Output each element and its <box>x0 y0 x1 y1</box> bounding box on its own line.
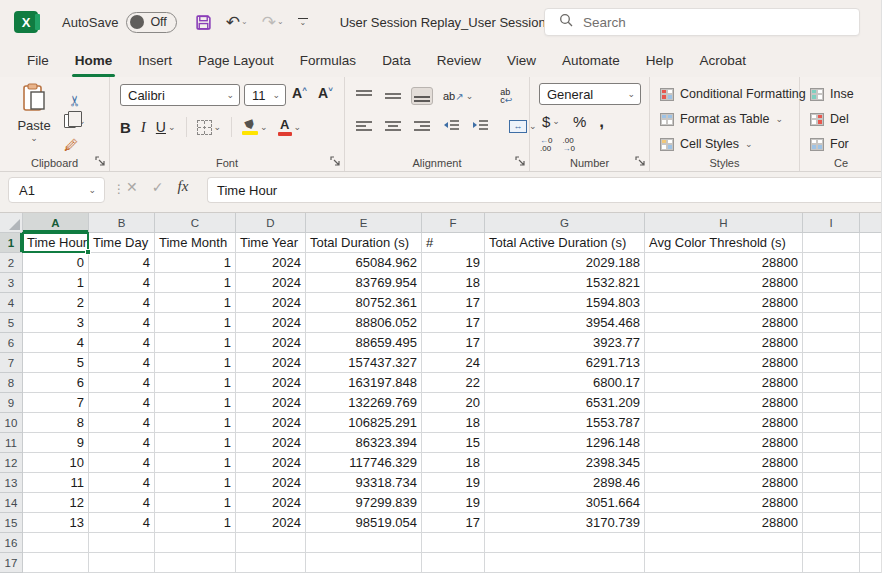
cell-H6[interactable]: 28800 <box>645 333 803 353</box>
cell-A8[interactable]: 6 <box>23 373 89 393</box>
cell-H2[interactable]: 28800 <box>645 253 803 273</box>
cell-J4[interactable] <box>860 293 882 313</box>
percent-format-button[interactable]: % <box>573 113 586 130</box>
cell-E1[interactable]: Total Duration (s) <box>306 233 422 253</box>
orientation-button[interactable]: ab↗⌄ <box>440 87 476 105</box>
cell-C9[interactable]: 1 <box>155 393 236 413</box>
cell-J14[interactable] <box>860 493 882 513</box>
cell-F10[interactable]: 18 <box>422 413 485 433</box>
cell-E5[interactable]: 88806.052 <box>306 313 422 333</box>
cell-F9[interactable]: 20 <box>422 393 485 413</box>
cell-G9[interactable]: 6531.209 <box>485 393 645 413</box>
cell-G8[interactable]: 6800.17 <box>485 373 645 393</box>
cell-B17[interactable] <box>89 553 155 573</box>
save-icon[interactable] <box>195 14 212 31</box>
cell-B1[interactable]: Time Day <box>89 233 155 253</box>
align-right-button[interactable] <box>411 117 433 135</box>
cell-A10[interactable]: 8 <box>23 413 89 433</box>
number-format-combo[interactable]: General⌄ <box>539 83 641 105</box>
cell-F11[interactable]: 15 <box>422 433 485 453</box>
cell-B7[interactable]: 4 <box>89 353 155 373</box>
cell-J16[interactable] <box>860 533 882 553</box>
cell-H16[interactable] <box>645 533 803 553</box>
cell-F6[interactable]: 17 <box>422 333 485 353</box>
cell-H13[interactable]: 28800 <box>645 473 803 493</box>
cell-B3[interactable]: 4 <box>89 273 155 293</box>
cell-B6[interactable]: 4 <box>89 333 155 353</box>
cell-F7[interactable]: 24 <box>422 353 485 373</box>
cell-G2[interactable]: 2029.188 <box>485 253 645 273</box>
cell-J15[interactable] <box>860 513 882 533</box>
cell-G16[interactable] <box>485 533 645 553</box>
font-color-button[interactable]: A⌄ <box>278 119 302 136</box>
customize-toolbar-icon[interactable]: ⌄ <box>298 18 308 27</box>
cell-C12[interactable]: 1 <box>155 453 236 473</box>
cell-G1[interactable]: Total Active Duration (s) <box>485 233 645 253</box>
cell-G5[interactable]: 3954.468 <box>485 313 645 333</box>
cell-C1[interactable]: Time Month <box>155 233 236 253</box>
cell-G13[interactable]: 2898.46 <box>485 473 645 493</box>
copy-button[interactable]: ⌄ <box>64 114 86 128</box>
cell-A12[interactable]: 10 <box>23 453 89 473</box>
cell-C13[interactable]: 1 <box>155 473 236 493</box>
cell-E13[interactable]: 93318.734 <box>306 473 422 493</box>
decrease-decimal-icon[interactable]: .00→0 <box>562 137 574 153</box>
cell-E2[interactable]: 65084.962 <box>306 253 422 273</box>
cell-F1[interactable]: # <box>422 233 485 253</box>
clipboard-dialog-launcher-icon[interactable] <box>95 156 106 167</box>
cell-G14[interactable]: 3051.664 <box>485 493 645 513</box>
alignment-dialog-launcher-icon[interactable] <box>515 156 526 167</box>
cell-I17[interactable] <box>803 553 860 573</box>
cell-A2[interactable]: 0 <box>23 253 89 273</box>
cell-I4[interactable] <box>803 293 860 313</box>
cell-I12[interactable] <box>803 453 860 473</box>
cell-A6[interactable]: 4 <box>23 333 89 353</box>
cell-E12[interactable]: 117746.329 <box>306 453 422 473</box>
cell-G6[interactable]: 3923.77 <box>485 333 645 353</box>
cell-A3[interactable]: 1 <box>23 273 89 293</box>
insert-cells-button[interactable]: Inse <box>810 87 854 101</box>
cut-icon[interactable]: ✂ <box>66 85 84 107</box>
cell-C16[interactable] <box>155 533 236 553</box>
currency-format-button[interactable]: $⌄ <box>542 113 560 130</box>
cell-J6[interactable] <box>860 333 882 353</box>
search-box[interactable]: Search <box>544 8 860 36</box>
cell-B14[interactable]: 4 <box>89 493 155 513</box>
cell-A16[interactable] <box>23 533 89 553</box>
cell-I16[interactable] <box>803 533 860 553</box>
cancel-button[interactable]: ✕ <box>126 179 138 195</box>
format-as-table-button[interactable]: Format as Table⌄ <box>660 112 783 126</box>
cell-G7[interactable]: 6291.713 <box>485 353 645 373</box>
cell-I3[interactable] <box>803 273 860 293</box>
cell-E6[interactable]: 88659.495 <box>306 333 422 353</box>
cell-I15[interactable] <box>803 513 860 533</box>
cell-J5[interactable] <box>860 313 882 333</box>
delete-cells-button[interactable]: Del <box>810 112 849 126</box>
column-header-B[interactable]: B <box>89 213 155 233</box>
format-painter-icon[interactable]: 🖉 <box>64 137 86 153</box>
row-header-17[interactable]: 17 <box>0 553 23 573</box>
tab-acrobat[interactable]: Acrobat <box>687 44 760 77</box>
excel-app-icon[interactable]: X <box>14 11 38 33</box>
cell-H8[interactable]: 28800 <box>645 373 803 393</box>
cell-G11[interactable]: 1296.148 <box>485 433 645 453</box>
decrease-font-size-button[interactable]: A˅ <box>318 85 333 101</box>
cell-A9[interactable]: 7 <box>23 393 89 413</box>
cell-A17[interactable] <box>23 553 89 573</box>
align-top-button[interactable] <box>353 87 375 105</box>
cell-A14[interactable]: 12 <box>23 493 89 513</box>
borders-button[interactable]: ⌄ <box>197 120 222 135</box>
cell-F5[interactable]: 17 <box>422 313 485 333</box>
underline-button[interactable]: U⌄ <box>156 119 176 135</box>
tab-data[interactable]: Data <box>369 44 424 77</box>
cell-I6[interactable] <box>803 333 860 353</box>
cell-E11[interactable]: 86323.394 <box>306 433 422 453</box>
redo-button[interactable]: ↷⌄ <box>262 14 284 31</box>
cell-G15[interactable]: 3170.739 <box>485 513 645 533</box>
row-header-13[interactable]: 13 <box>0 473 23 493</box>
cell-B2[interactable]: 4 <box>89 253 155 273</box>
cell-C2[interactable]: 1 <box>155 253 236 273</box>
tab-view[interactable]: View <box>494 44 549 77</box>
cell-C17[interactable] <box>155 553 236 573</box>
cell-J10[interactable] <box>860 413 882 433</box>
